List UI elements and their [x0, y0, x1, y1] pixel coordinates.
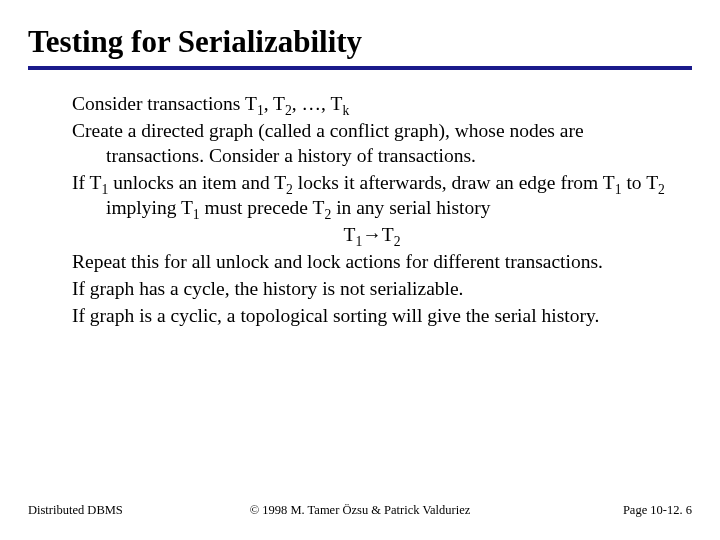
title-rule: [28, 66, 692, 70]
slide-body: Consider transactions T1, T2, …, Tk Crea…: [28, 92, 692, 331]
line-cycle: If graph has a cycle, the history is not…: [72, 277, 672, 302]
sub-2: 2: [285, 103, 292, 118]
sub-2: 2: [286, 182, 293, 197]
t: , T: [264, 93, 285, 114]
line-create-graph: Create a directed graph (called a confli…: [72, 119, 672, 169]
line-consider: Consider transactions T1, T2, …, Tk: [72, 92, 672, 117]
sub-2: 2: [394, 234, 401, 249]
sub-1: 1: [615, 182, 622, 197]
footer-center: © 1998 M. Tamer Özsu & Patrick Valduriez: [0, 503, 720, 518]
sub-1: 1: [257, 103, 264, 118]
t: Consider transactions T: [72, 93, 257, 114]
t: to T: [622, 172, 658, 193]
t: T: [382, 224, 394, 245]
line-edge: T1→T2: [72, 223, 672, 248]
slide-footer: © 1998 M. Tamer Özsu & Patrick Valduriez…: [0, 503, 720, 518]
slide: Testing for Serializability Consider tra…: [0, 0, 720, 540]
t: in any serial history: [331, 197, 490, 218]
t: If T: [72, 172, 101, 193]
arrow-icon: →: [362, 224, 382, 245]
sub-2: 2: [658, 182, 665, 197]
slide-title: Testing for Serializability: [28, 24, 692, 60]
line-repeat: Repeat this for all unlock and lock acti…: [72, 250, 672, 275]
sub-k: k: [342, 103, 349, 118]
t: T: [344, 224, 356, 245]
t: unlocks an item and T: [108, 172, 286, 193]
t: , …, T: [292, 93, 343, 114]
sub-1: 1: [193, 207, 200, 222]
line-if-unlocks: If T1 unlocks an item and T2 locks it af…: [72, 171, 672, 221]
t: locks it afterwards, draw an edge from T: [293, 172, 615, 193]
line-acyclic: If graph is a cyclic, a topological sort…: [72, 304, 672, 329]
t: implying T: [106, 197, 193, 218]
t: must precede T: [200, 197, 325, 218]
